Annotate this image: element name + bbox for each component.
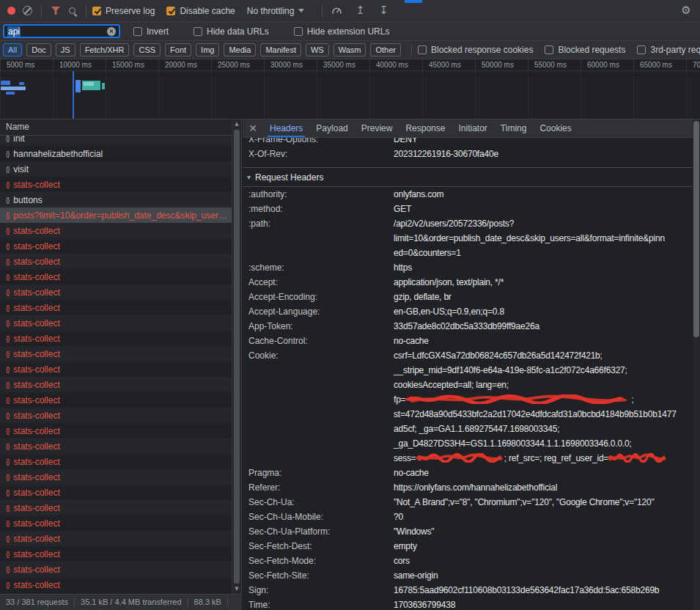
request-headers-section[interactable]: ▾ Request Headers (243, 167, 693, 187)
close-icon[interactable]: ✕ (243, 122, 263, 134)
network-conditions-button[interactable] (328, 3, 345, 19)
request-row[interactable]: {} stats-collect (0, 300, 241, 315)
record-button[interactable] (3, 3, 19, 19)
cookie-text: ; (631, 394, 633, 405)
path-line: ed=0&counters=1 (394, 246, 693, 260)
clear-filter-icon[interactable] (107, 27, 116, 36)
scrollbar-thumb[interactable] (693, 121, 699, 337)
request-row[interactable]: {} stats-collect (0, 423, 241, 438)
preserve-log-checkbox[interactable]: Preserve log (92, 6, 155, 16)
filter-toggle-button[interactable] (48, 3, 64, 19)
type-filter-chip[interactable]: CSS (133, 43, 161, 56)
cookie-text: ; ref_src=; reg_ref_user_id= (504, 453, 608, 463)
details-tab-bar: ✕ Headers Payload Preview Response Initi… (243, 120, 700, 138)
header-row: X-Of-Rev: 202312261916-30670fa40e (243, 147, 693, 161)
overview-waterfall[interactable] (0, 71, 700, 119)
type-filter-chip[interactable]: Doc (26, 43, 51, 56)
overview-selection-line[interactable] (73, 71, 74, 119)
throttling-dropdown[interactable]: No throttling (247, 6, 305, 16)
request-row[interactable]: {} stats-collect (0, 469, 241, 485)
search-button[interactable] (64, 3, 80, 19)
type-filter-chip[interactable]: Wasm (334, 43, 366, 56)
request-list-scrollbar[interactable]: ▲ ▼ (232, 120, 241, 594)
request-row[interactable]: {} stats-collect (0, 546, 241, 562)
request-row[interactable]: {} stats-collect (0, 500, 241, 515)
request-row[interactable]: {} stats-collect (0, 515, 241, 531)
type-filter-chip[interactable]: Media (224, 43, 256, 56)
details-tab[interactable]: Cookies (533, 120, 578, 137)
type-filter-chip[interactable]: Other (370, 43, 401, 56)
filter-checkbox[interactable]: Blocked requests (545, 45, 625, 55)
request-row[interactable]: {} stats-collect (0, 454, 241, 469)
json-file-icon: {} (6, 396, 9, 404)
hide-data-urls-checkbox[interactable]: Hide data URLs (194, 26, 269, 37)
details-tab[interactable]: Preview (355, 120, 399, 137)
details-tab[interactable]: Headers (263, 120, 309, 137)
type-filter-chip[interactable]: Img (196, 43, 219, 56)
filter-checkbox[interactable]: 3rd-party requests (637, 45, 700, 55)
request-row[interactable]: {} stats-collect (0, 177, 241, 192)
header-value: 33d57ade8c02dbc5a333db99ff9ae26a (394, 319, 693, 334)
request-row[interactable]: {} buttons (0, 192, 241, 207)
type-filter-chip[interactable]: Font (165, 43, 191, 56)
request-row[interactable]: {} stats-collect (0, 438, 241, 454)
header-key: Cookie: (248, 348, 394, 466)
details-tab[interactable]: Timing (494, 120, 534, 137)
request-name: stats-collect (13, 411, 59, 421)
request-row[interactable]: {} stats-collect (0, 238, 241, 254)
details-tab[interactable]: Payload (309, 120, 354, 137)
request-row[interactable]: {} stats-collect (0, 562, 241, 577)
clear-button[interactable] (19, 3, 35, 19)
type-filter-chip[interactable]: Fetch/XHR (80, 43, 130, 56)
request-row[interactable]: {} posts?limit=10&order=publish_date_des… (0, 207, 241, 223)
type-filter-chip[interactable]: All (3, 43, 22, 56)
request-row[interactable]: {} stats-collect (0, 361, 241, 377)
scroll-down-icon[interactable]: ▼ (232, 584, 241, 594)
request-row[interactable]: {} stats-collect (0, 577, 241, 592)
network-toolbar: Preserve log Disable cache No throttling… (0, 0, 700, 22)
export-har-button[interactable]: ↧ (375, 3, 391, 19)
scrollbar-thumb[interactable] (234, 130, 240, 584)
disable-cache-checkbox[interactable]: Disable cache (166, 6, 235, 16)
invert-checkbox[interactable]: Invert (133, 26, 169, 37)
request-row[interactable]: {} stats-collect (0, 254, 241, 269)
request-row[interactable]: {} stats-collect (0, 485, 241, 500)
request-row[interactable]: {} stats-collect (0, 392, 241, 408)
request-row[interactable]: {} stats-collect (0, 223, 241, 238)
details-tab[interactable]: Response (399, 120, 452, 137)
details-scrollbar[interactable] (693, 120, 700, 610)
request-row[interactable]: {} stats-collect (0, 408, 241, 423)
request-row[interactable]: {} visit (0, 161, 241, 177)
request-row[interactable]: {} init (0, 136, 241, 146)
name-column-header[interactable]: Name (0, 120, 241, 136)
network-overview[interactable]: 5000 ms10000 ms15000 ms20000 ms25000 ms3… (0, 59, 700, 120)
type-filter-chip[interactable]: WS (306, 43, 329, 56)
waterfall-activity-bar (1, 87, 26, 90)
filter-checkbox[interactable]: Blocked response cookies (418, 45, 533, 55)
request-row[interactable]: {} stats-collect (0, 269, 241, 284)
request-row[interactable]: {} hannahelizabethofficial (0, 146, 241, 161)
request-row[interactable]: {} stats-collect (0, 284, 241, 300)
request-row[interactable]: {} stats-collect (0, 531, 241, 546)
settings-button[interactable]: ⚙ (678, 3, 694, 19)
details-tab[interactable]: Initiator (452, 120, 493, 137)
header-key: Cache-Control: (248, 334, 394, 348)
filter-input[interactable]: api (3, 24, 120, 38)
hide-extension-urls-checkbox[interactable]: Hide extension URLs (294, 26, 390, 37)
network-conditions-icon (331, 6, 342, 15)
type-filter-chip[interactable]: Manifest (260, 43, 301, 56)
request-row[interactable]: {} stats-collect (0, 331, 241, 346)
type-filter-chip[interactable]: JS (56, 43, 75, 56)
request-row[interactable]: {} stats-collect (0, 377, 241, 392)
request-row[interactable]: {} stats-collect (0, 346, 241, 361)
import-har-button[interactable]: ↥ (352, 3, 368, 19)
request-row[interactable]: {} stats-collect (0, 315, 241, 331)
cookie-line-fp: fp=; (394, 392, 693, 407)
timeline-label: 65000 ms (633, 59, 686, 70)
header-row: :method: GET (243, 202, 693, 216)
header-value: onlyfans.com (394, 187, 693, 202)
scroll-up-icon[interactable]: ▲ (232, 120, 241, 129)
header-value: gzip, deflate, br (394, 290, 693, 304)
waterfall-activity-bar (84, 82, 94, 86)
disable-cache-label: Disable cache (180, 6, 235, 16)
